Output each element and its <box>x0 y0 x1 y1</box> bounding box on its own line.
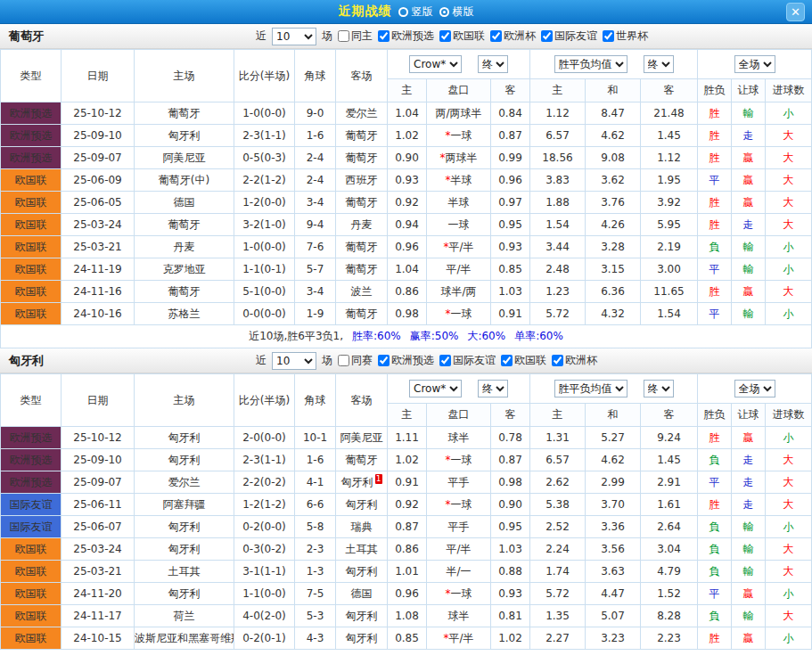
avg-away-cell: 3.04 <box>641 538 698 561</box>
league-filter-checkbox[interactable]: 国际友谊 <box>439 353 496 368</box>
league-filter-checkbox[interactable]: 欧洲预选 <box>378 353 434 368</box>
avg-type-select[interactable]: 胜平负均值 <box>554 55 627 73</box>
corners-cell: 6-6 <box>295 494 336 516</box>
table-row: 国际友谊25-06-07匈牙利0-2(0-0)5-8瑞典0.87平手0.952.… <box>1 516 812 538</box>
away-team-cell: 瑞典 <box>336 516 388 538</box>
checkbox-input[interactable] <box>439 30 451 42</box>
view-option-horizontal[interactable]: 横版 <box>439 4 474 20</box>
checkbox-input[interactable] <box>338 30 349 42</box>
col-header-away: 客场 <box>336 50 388 102</box>
handicap-cell: *一球 <box>427 449 491 471</box>
avg-draw-cell: 3.70 <box>586 494 641 516</box>
avg-away-cell: 4.79 <box>641 561 698 583</box>
final-avg-select[interactable]: 终 <box>644 55 674 73</box>
checkbox-input[interactable] <box>378 30 390 42</box>
results-table: 类型日期主场比分(半场)角球客场Crow*终胜平负均值终全场主盘口客主和客胜负让… <box>0 49 812 348</box>
checkbox-input[interactable] <box>603 30 614 42</box>
scope-select[interactable]: 全场 <box>734 55 775 73</box>
home-odds-cell: 0.96 <box>388 583 427 605</box>
away-give-asterisk: * <box>446 498 451 511</box>
league-filter-checkbox[interactable]: 欧国联 <box>439 29 485 44</box>
same-filter-checkbox[interactable]: 同主 <box>338 29 373 44</box>
avg-home-cell: 3.83 <box>530 169 586 192</box>
away-team-cell: 西班牙 <box>336 169 388 192</box>
corners-cell: 1-3 <box>295 561 336 583</box>
checkbox-label: 欧国联 <box>453 29 485 44</box>
league-filter-checkbox[interactable]: 世界杯 <box>603 29 648 44</box>
away-odds-cell: 0.96 <box>491 169 530 192</box>
away-odds-cell: 0.88 <box>491 561 530 583</box>
league-filter-checkbox[interactable]: 欧洲预选 <box>378 29 434 44</box>
home-odds-cell: 1.11 <box>388 427 427 449</box>
away-odds-cell: 1.02 <box>491 627 530 650</box>
home-odds-cell: 1.04 <box>388 102 427 125</box>
col-header-away: 客场 <box>336 374 388 427</box>
away-odds-cell: 0.97 <box>491 192 530 214</box>
view-option-vertical[interactable]: 竖版 <box>398 4 433 20</box>
league-filter-checkbox[interactable]: 国际友谊 <box>541 29 597 44</box>
handicap-result-cell: 輸 <box>732 538 766 561</box>
date-cell: 24-11-19 <box>62 258 135 281</box>
league-filter-checkbox[interactable]: 欧洲杯 <box>552 353 597 368</box>
avg-draw-cell: 3.28 <box>586 236 641 258</box>
date-cell: 25-03-21 <box>62 236 135 258</box>
checkbox-input[interactable] <box>541 30 553 42</box>
results-table: 类型日期主场比分(半场)角球客场Crow*终胜平负均值终全场主盘口客主和客胜负让… <box>0 373 812 650</box>
corners-cell: 2-4 <box>295 147 336 169</box>
team-section: 葡萄牙近10场同主欧洲预选欧国联欧洲杯国际友谊世界杯类型日期主场比分(半场)角球… <box>0 24 812 348</box>
recent-count-select[interactable]: 10 <box>272 28 316 45</box>
checkbox-input[interactable] <box>501 355 513 366</box>
table-row: 欧国联24-11-19克罗地亚1-1(0-1)5-7葡萄牙1.04平/半0.85… <box>1 258 812 281</box>
away-team-cell: 葡萄牙 <box>336 192 388 214</box>
away-team-cell: 葡萄牙 <box>336 147 388 169</box>
result-cell: 胜 <box>698 125 732 147</box>
final-odds-select[interactable]: 终 <box>478 55 508 73</box>
home-odds-cell: 0.85 <box>388 627 427 650</box>
date-cell: 25-09-10 <box>62 449 135 471</box>
recent-count-select[interactable]: 10 <box>272 352 316 370</box>
away-team-cell: 葡萄牙 <box>336 236 388 258</box>
col-header-avg_away: 客 <box>641 404 698 427</box>
odds-source-select[interactable]: Crow* <box>409 55 462 73</box>
avg-draw-cell: 3.76 <box>586 192 641 214</box>
corners-cell: 2-4 <box>295 169 336 192</box>
final-avg-select[interactable]: 终 <box>644 380 674 397</box>
odds-source-select[interactable]: Crow* <box>409 380 462 397</box>
checkbox-input[interactable] <box>490 30 502 42</box>
home-team-cell: 爱尔兰 <box>135 471 234 494</box>
away-team-cell: 葡萄牙 <box>336 125 388 147</box>
score-cell: 0-2(0-0) <box>234 516 295 538</box>
avg-away-cell: 11.65 <box>641 281 698 303</box>
home-team-cell: 阿美尼亚 <box>135 147 234 169</box>
away-give-asterisk: * <box>446 174 451 186</box>
checkbox-input[interactable] <box>552 355 563 366</box>
date-cell: 25-06-07 <box>62 516 135 538</box>
checkbox-input[interactable] <box>439 355 451 366</box>
home-team-cell: 匈牙利 <box>135 427 234 449</box>
score-cell: 2-3(1-1) <box>234 125 295 147</box>
league-filter-checkbox[interactable]: 欧洲杯 <box>490 29 536 44</box>
table-row: 欧国联25-03-24葡萄牙3-2(1-0)9-4丹麦0.94一球0.951.5… <box>1 214 812 236</box>
league-filter-checkbox[interactable]: 欧国联 <box>501 353 546 368</box>
corners-cell: 5-7 <box>295 258 336 281</box>
away-odds-cell: 0.85 <box>491 258 530 281</box>
col-header-corners: 角球 <box>295 374 336 427</box>
col-header-handicap_result: 让球 <box>732 79 766 102</box>
final-odds-select[interactable]: 终 <box>478 380 508 397</box>
handicap-result-cell: 輸 <box>732 561 766 583</box>
home-team-cell: 匈牙利 <box>135 516 234 538</box>
odds-group-header: Crow*终 <box>388 374 530 404</box>
checkbox-input[interactable] <box>378 355 390 366</box>
same-filter-checkbox[interactable]: 同赛 <box>338 353 373 368</box>
scope-select[interactable]: 全场 <box>734 380 775 397</box>
header-row-groups: 类型日期主场比分(半场)角球客场Crow*终胜平负均值终全场 <box>1 50 812 79</box>
result-cell: 平 <box>698 258 732 281</box>
avg-type-select[interactable]: 胜平负均值 <box>554 380 627 397</box>
league-cell: 欧洲预选 <box>1 147 62 169</box>
close-button[interactable]: ✕ <box>786 3 805 21</box>
result-cell: 負 <box>698 561 732 583</box>
avg-draw-cell: 4.62 <box>586 125 641 147</box>
col-header-goals: 进球数 <box>766 79 812 102</box>
checkbox-input[interactable] <box>338 355 349 366</box>
handicap-cell: 球半/两 <box>427 281 491 303</box>
